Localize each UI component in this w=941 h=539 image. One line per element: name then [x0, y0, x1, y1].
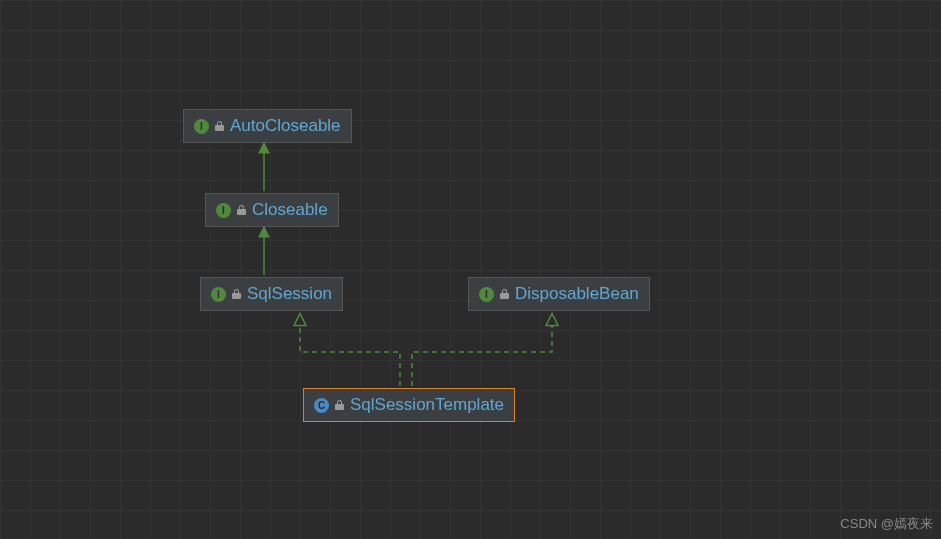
node-label: DisposableBean — [515, 284, 639, 304]
interface-icon: I — [194, 119, 209, 134]
node-sqlsessiontemplate[interactable]: C SqlSessionTemplate — [303, 388, 515, 422]
lock-icon — [500, 289, 509, 299]
interface-icon: I — [479, 287, 494, 302]
node-autocloseable[interactable]: I AutoCloseable — [183, 109, 352, 143]
background-grid — [0, 0, 941, 539]
class-icon: C — [314, 398, 329, 413]
lock-icon — [237, 205, 246, 215]
interface-icon: I — [211, 287, 226, 302]
node-label: Closeable — [252, 200, 328, 220]
node-label: AutoCloseable — [230, 116, 341, 136]
lock-icon — [232, 289, 241, 299]
interface-icon: I — [216, 203, 231, 218]
node-disposablebean[interactable]: I DisposableBean — [468, 277, 650, 311]
node-sqlsession[interactable]: I SqlSession — [200, 277, 343, 311]
node-label: SqlSessionTemplate — [350, 395, 504, 415]
lock-icon — [215, 121, 224, 131]
node-label: SqlSession — [247, 284, 332, 304]
watermark: CSDN @嫣夜来 — [840, 515, 933, 533]
node-closeable[interactable]: I Closeable — [205, 193, 339, 227]
lock-icon — [335, 400, 344, 410]
